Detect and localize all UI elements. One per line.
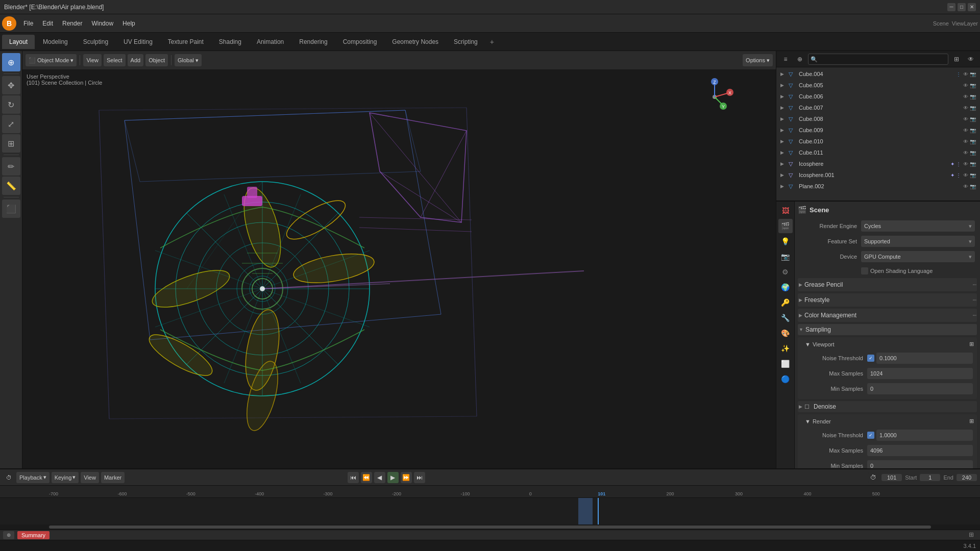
outliner-filter-btn[interactable]: ⊞ <box>950 53 963 65</box>
summary-label[interactable]: Summary <box>17 531 50 539</box>
view-menu[interactable]: View <box>83 54 102 66</box>
timeline-scrollbar[interactable] <box>0 524 980 530</box>
device-dropdown[interactable]: GPU Compute <box>861 251 975 262</box>
outliner-item[interactable]: ▶ ▽ Cube.010 👁 📷 <box>776 136 980 147</box>
outliner-item[interactable]: ▶ ▽ Plane.002 👁 📷 <box>776 181 980 192</box>
outliner-item[interactable]: ▶ ▽ Cube.008 👁 📷 <box>776 113 980 124</box>
outliner-icon-btn-1[interactable]: ≡ <box>779 53 792 65</box>
outliner-item[interactable]: ▶ ▽ Cube.006 👁 📷 <box>776 91 980 102</box>
tab-modeling[interactable]: Modeling <box>36 35 75 49</box>
close-button[interactable]: ✕ <box>968 3 976 11</box>
playback-menu[interactable]: Playback ▾ <box>16 472 50 483</box>
viewport-noise-threshold-value[interactable]: 0.1000 <box>876 353 973 364</box>
grease-pencil-section[interactable]: ▶ Grease Pencil ··· <box>798 278 977 291</box>
tab-texture-paint[interactable]: Texture Paint <box>161 35 211 49</box>
render-sub-header[interactable]: ▼ Render ⊞ <box>804 416 975 426</box>
viewport-min-samples-value[interactable]: 0 <box>867 383 973 394</box>
open-shading-checkbox[interactable] <box>861 267 868 274</box>
prop-tab-view-layer[interactable]: 📷 <box>778 249 793 264</box>
step-back-button[interactable]: ⏪ <box>361 472 372 483</box>
freestyle-section[interactable]: ▶ Freestyle ··· <box>798 293 977 307</box>
tab-sculpting[interactable]: Sculpting <box>76 35 115 49</box>
viewport-canvas[interactable] <box>22 69 776 468</box>
measure-tool[interactable]: 📏 <box>2 177 20 195</box>
minimize-button[interactable]: ─ <box>947 3 955 11</box>
prop-tab-object[interactable]: 🔑 <box>778 295 793 310</box>
color-management-section[interactable]: ▶ Color Management ··· <box>798 309 977 322</box>
menu-file[interactable]: File <box>19 17 37 30</box>
prop-tab-scene-settings[interactable]: ⚙ <box>778 265 793 279</box>
prop-tab-material[interactable]: 🎨 <box>778 326 793 340</box>
timeline-expand-btn[interactable]: ⊕ <box>3 531 14 539</box>
maximize-button[interactable]: □ <box>958 3 966 11</box>
tab-rendering[interactable]: Rendering <box>292 35 334 49</box>
outliner-item[interactable]: ▶ ▽ Cube.004 ⋮ 👁 📷 <box>776 68 980 80</box>
jump-start-button[interactable]: ⏮ <box>348 472 359 483</box>
outliner-eye-btn[interactable]: 👁 <box>965 53 977 65</box>
scale-tool[interactable]: ⤢ <box>2 115 20 133</box>
menu-help[interactable]: Help <box>118 17 139 30</box>
timeline-mode-btn[interactable]: ⏱ <box>3 472 14 483</box>
move-tool[interactable]: ✥ <box>2 76 20 94</box>
tab-layout[interactable]: Layout <box>2 35 35 49</box>
play-button[interactable]: ▶ <box>387 472 399 483</box>
tab-geometry-nodes[interactable]: Geometry Nodes <box>385 35 446 49</box>
view-menu-tl[interactable]: View <box>81 472 99 483</box>
view-mode-selector[interactable]: ⬛ Object Mode ▾ <box>26 54 77 66</box>
viewport-sub-header[interactable]: ▼ Viewport ⊞ <box>804 339 975 349</box>
marker-menu[interactable]: Marker <box>101 472 125 483</box>
keying-menu[interactable]: Keying ▾ <box>52 472 79 483</box>
outliner-item[interactable]: ▶ ▽ Cube.011 👁 📷 <box>776 147 980 158</box>
window-controls[interactable]: ─ □ ✕ <box>947 3 976 11</box>
outliner-item[interactable]: ▶ ▽ Cube.009 👁 📷 <box>776 124 980 136</box>
add-cube-tool[interactable]: ⬛ <box>2 199 20 218</box>
timeline-content[interactable] <box>0 498 980 524</box>
end-frame-box[interactable]: 240 <box>957 474 977 481</box>
annotate-tool[interactable]: ✏ <box>2 157 20 176</box>
rotate-tool[interactable]: ↻ <box>2 95 20 114</box>
jump-end-button[interactable]: ⏭ <box>414 472 425 483</box>
viewport[interactable]: ⬛ Object Mode ▾ View Select Add Object G… <box>22 51 776 468</box>
select-menu[interactable]: Select <box>104 54 126 66</box>
gizmo[interactable]: X Y Z <box>694 77 735 117</box>
feature-set-dropdown[interactable]: Supported <box>861 236 975 247</box>
prop-tab-constraints[interactable]: 🔵 <box>778 372 793 386</box>
add-menu[interactable]: Add <box>128 54 144 66</box>
prop-tab-modifier[interactable]: 🔧 <box>778 311 793 325</box>
viewport-noise-threshold-checkbox[interactable]: ✓ <box>867 355 874 362</box>
cursor-tool[interactable]: ⊕ <box>2 53 20 71</box>
denoise-section[interactable]: ▶ ☐ Denoise <box>798 401 977 412</box>
outliner-item[interactable]: ▶ ▽ Cube.007 👁 📷 <box>776 102 980 113</box>
render-min-samples-value[interactable]: 0 <box>867 460 973 468</box>
outliner-item[interactable]: ▶ ▽ Cube.005 👁 📷 <box>776 80 980 91</box>
prop-tab-scene[interactable]: 🎬 <box>778 219 793 233</box>
options-button[interactable]: Options ▾ <box>743 54 773 66</box>
tab-shading[interactable]: Shading <box>212 35 249 49</box>
render-engine-dropdown[interactable]: Cycles <box>861 220 975 232</box>
play-reverse-button[interactable]: ◀ <box>374 472 385 483</box>
render-noise-threshold-checkbox[interactable]: ✓ <box>867 432 874 439</box>
frame-info-icon[interactable]: ⏱ <box>868 472 878 483</box>
prop-tab-world[interactable]: 🌍 <box>778 280 793 294</box>
current-frame-box[interactable]: 101 <box>881 474 902 481</box>
tab-uv-editing[interactable]: UV Editing <box>116 35 160 49</box>
render-max-samples-value[interactable]: 4096 <box>867 445 973 456</box>
outliner-item[interactable]: ▶ ▽ Icosphere.001 ✦ ⋮ 👁 📷 <box>776 169 980 181</box>
prop-tab-render[interactable]: 🖼 <box>778 204 793 218</box>
timeline-scroll-thumb[interactable] <box>49 525 931 529</box>
tab-compositing[interactable]: Compositing <box>336 35 384 49</box>
object-menu[interactable]: Object <box>145 54 168 66</box>
prop-tab-particles[interactable]: ✨ <box>778 341 793 356</box>
prop-tab-physics[interactable]: ⬜ <box>778 357 793 371</box>
outliner-item[interactable]: ▶ ▽ Icosphere ✦ ⋮ 👁 📷 <box>776 158 980 169</box>
timeline-settings-btn[interactable]: ⊞ <box>969 531 977 539</box>
add-workspace-button[interactable]: + <box>486 36 498 48</box>
tab-scripting[interactable]: Scripting <box>447 35 485 49</box>
sampling-section[interactable]: ▼ Sampling <box>798 324 977 335</box>
outliner-search-input[interactable] <box>808 54 948 65</box>
menu-window[interactable]: Window <box>87 17 117 30</box>
start-frame-box[interactable]: 1 <box>920 474 940 481</box>
menu-edit[interactable]: Edit <box>38 17 57 30</box>
prop-tab-output[interactable]: 💡 <box>778 234 793 248</box>
tab-animation[interactable]: Animation <box>250 35 291 49</box>
